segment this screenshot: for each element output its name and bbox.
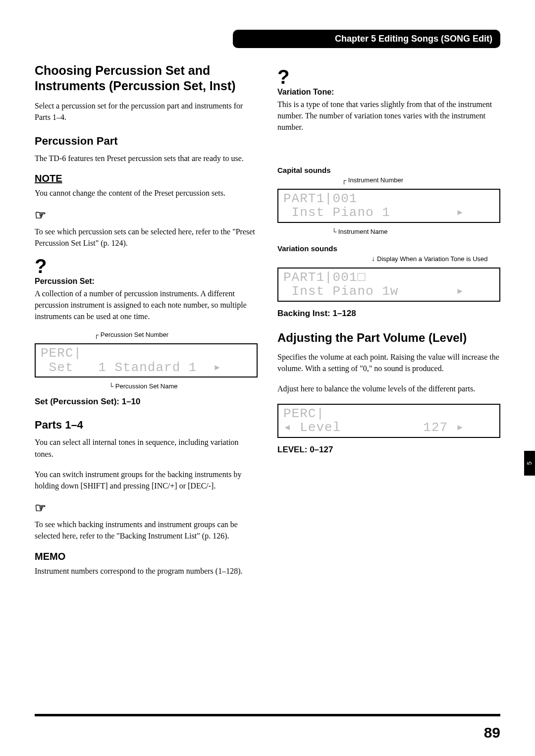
variation-heading: Variation sounds <box>277 244 500 253</box>
setting-percset: Set (Percussion Set): 1–10 <box>35 397 258 407</box>
annot-inst-name: Instrument Name <box>338 228 388 235</box>
memo-icon: MEMO <box>35 551 258 562</box>
hand-icon-2: ☞ <box>35 500 258 516</box>
page-number: 89 <box>484 724 500 741</box>
lcd-variation: PART1|001□ Inst Piano 1w ▸ <box>277 268 500 302</box>
level-body2: Adjust here to balance the volume levels… <box>277 383 500 394</box>
side-tab-label: 5 <box>526 462 533 465</box>
bottom-rule <box>35 714 500 716</box>
perc-part-body: The TD-6 features ten Preset percussion … <box>35 153 258 164</box>
heading-level: Adjusting the Part Volume (Level) <box>277 330 500 345</box>
annot-inst-number-block: ┌ Instrument Number <box>277 176 500 184</box>
lcd-percset-screen: PERC| Set 1 Standard 1 ▸ <box>35 343 258 378</box>
annot-display-var: Display When a Variation Tone is Used <box>377 255 488 263</box>
percset-body: A collection of a number of percussion i… <box>35 288 258 323</box>
right-column: ? Variation Tone: This is a type of tone… <box>277 63 500 586</box>
note-icon: NOTE <box>35 173 258 184</box>
vartone-label: Variation Tone: <box>277 88 500 97</box>
lcd-level-line2: ◂ Level 127 ▸ <box>283 420 464 435</box>
intro-text: Select a percussion set for the percussi… <box>35 100 258 123</box>
annot-display-var-block: Display When a Variation Tone is Used <box>277 255 500 263</box>
lcd-level-line1: PERC| <box>283 406 324 421</box>
setting-backing: Backing Inst: 1–128 <box>277 309 500 319</box>
lcd-capital-screen: PART1|001 Inst Piano 1 ▸ <box>277 189 500 223</box>
parts-body1: You can select all internal tones in seq… <box>35 436 258 459</box>
note-body: You cannot change the content of the Pre… <box>35 187 258 199</box>
vartone-body: This is a type of tone that varies sligh… <box>277 99 500 133</box>
heading-parts: Parts 1–4 <box>35 419 258 432</box>
heading-percussion-part: Percussion Part <box>35 135 258 148</box>
content-columns: Choosing Percussion Set and Instruments … <box>35 63 500 586</box>
lcd-capital: PART1|001 Inst Piano 1 ▸ <box>277 189 500 223</box>
lcd-percset-line1: PERC| <box>41 346 82 361</box>
left-column: Choosing Percussion Set and Instruments … <box>35 63 258 586</box>
annot-set-number: Percussion Set Number <box>101 331 168 338</box>
setting-level: LEVEL: 0–127 <box>277 445 500 455</box>
lcd-percset: PERC| Set 1 Standard 1 ▸ <box>35 343 258 378</box>
annot-set-name-block: └ Percussion Set Name <box>35 382 258 390</box>
parts-body2: You can switch instrument groups for the… <box>35 469 258 491</box>
lcd-variation-screen: PART1|001□ Inst Piano 1w ▸ <box>277 268 500 302</box>
question-icon-2: ? <box>277 69 500 85</box>
lcd-capital-line1: PART1|001 <box>283 191 357 206</box>
level-body1: Specifies the volume at each point. Rais… <box>277 351 500 374</box>
lcd-level-screen: PERC| ◂ Level 127 ▸ <box>277 404 500 438</box>
heading-choosing: Choosing Percussion Set and Instruments … <box>35 63 258 94</box>
lcd-percset-line2: Set 1 Standard 1 ▸ <box>41 360 221 375</box>
annot-inst-name-block: └ Instrument Name <box>277 228 500 235</box>
lcd-level: PERC| ◂ Level 127 ▸ <box>277 404 500 438</box>
lcd-capital-line2: Inst Piano 1 ▸ <box>283 205 464 220</box>
lcd-variation-line1: PART1|001□ <box>283 270 366 285</box>
hand-icon: ☞ <box>35 208 258 223</box>
hand2-body: To see which backing instruments and ins… <box>35 519 258 541</box>
hand1-body: To see which percussion sets can be sele… <box>35 226 258 249</box>
annot-inst-number: Instrument Number <box>348 176 403 184</box>
side-tab: 5 <box>524 451 535 476</box>
memo-body: Instrument numbers correspond to the pro… <box>35 565 258 577</box>
annot-set-name: Percussion Set Name <box>115 382 178 390</box>
capital-heading: Capital sounds <box>277 166 500 174</box>
annot-set-number-block: ┌ Percussion Set Number <box>35 331 258 338</box>
question-icon: ? <box>35 258 258 274</box>
percset-label: Percussion Set: <box>35 277 258 286</box>
lcd-variation-line2: Inst Piano 1w ▸ <box>283 284 464 299</box>
chapter-header: Chapter 5 Editing Songs (SONG Edit) <box>233 30 500 48</box>
